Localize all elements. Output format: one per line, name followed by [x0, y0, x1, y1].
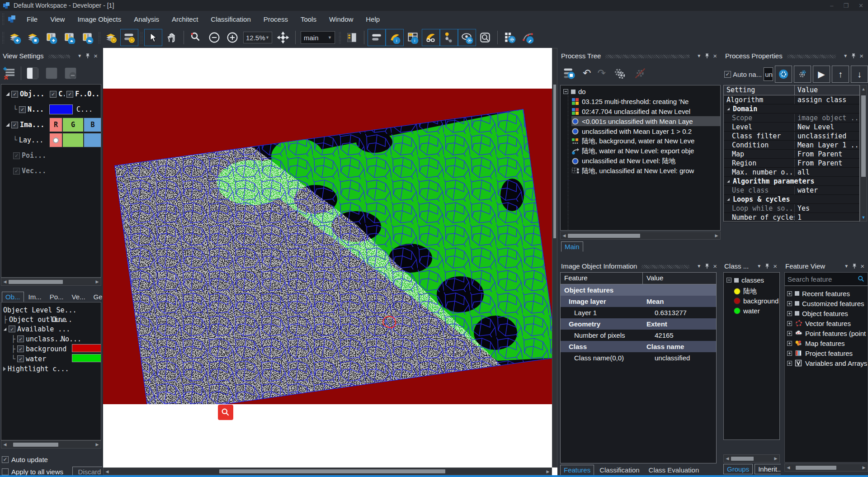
tree-row-vector[interactable]: Vec... — [1, 163, 101, 179]
scroll-right-icon[interactable]: ▶ — [713, 233, 720, 238]
chevron-down-icon[interactable]: ▼ — [77, 53, 82, 58]
feature-row[interactable]: Class name(0,0)unclassified — [561, 352, 716, 364]
close-icon[interactable]: × — [713, 262, 717, 270]
image-object-information-header[interactable]: Image Object Information ▼ × — [561, 260, 720, 272]
image-layer-mixing-button[interactable] — [102, 29, 120, 46]
edit-vector-button[interactable] — [519, 29, 537, 46]
feature-group[interactable]: Project features — [787, 348, 853, 358]
process-properties-header[interactable]: Process Properties ▼ × — [725, 50, 866, 61]
view-settings-header[interactable]: View Settings ▼ × — [3, 50, 100, 61]
menu-file[interactable]: File — [20, 14, 44, 25]
new-scene-button[interactable] — [6, 29, 24, 46]
toolbar-grip[interactable] — [339, 32, 341, 43]
feature-group[interactable]: Object features — [787, 308, 848, 318]
property-row[interactable]: Max. number o...all — [724, 168, 859, 177]
chevron-down-icon[interactable]: ▼ — [697, 53, 701, 58]
caret-expanded-icon[interactable] — [4, 327, 6, 330]
feature-view-hscrollbar[interactable]: ◀ ▶ — [784, 463, 868, 472]
water-color-swatch[interactable] — [72, 354, 101, 362]
chevron-down-icon[interactable]: ▼ — [843, 53, 848, 58]
close-button[interactable]: ✕ — [859, 2, 863, 9]
tab-geometry[interactable]: Ge... — [90, 292, 102, 302]
collapse-icon[interactable] — [726, 278, 731, 283]
channel-g-cell[interactable]: G — [62, 118, 84, 132]
classes-root-row[interactable]: classes — [726, 276, 764, 284]
menu-help[interactable]: Help — [359, 14, 386, 25]
tree-row-layer[interactable]: └ Lay... — [1, 132, 101, 148]
open-layers-button[interactable] — [78, 29, 96, 46]
scroll-down-icon[interactable]: ▼ — [860, 215, 867, 220]
next-process-button[interactable]: ↓ — [851, 66, 868, 83]
feature-subsection-row[interactable]: ClassClass name — [561, 341, 716, 352]
scroll-thumb[interactable] — [553, 85, 556, 238]
scroll-left-icon[interactable]: ◀ — [785, 465, 792, 470]
scroll-left-icon[interactable]: ◀ — [1, 279, 9, 284]
tab-features[interactable]: Features — [560, 465, 594, 475]
menu-image-objects[interactable]: Image Objects — [71, 14, 127, 25]
property-row[interactable]: Number of cycles1 — [724, 213, 859, 222]
map-hscrollbar[interactable]: ◀ ▶ — [103, 468, 552, 475]
tab-vector-layers[interactable]: Ve... — [68, 292, 89, 302]
chevron-down-icon[interactable]: ▼ — [844, 264, 849, 269]
chevron-down-icon[interactable]: ▼ — [697, 264, 701, 269]
level-background-row[interactable]: ├ background — [3, 344, 66, 354]
tree-row-pixel[interactable]: Poi... — [1, 148, 101, 163]
map-vscrollbar[interactable] — [552, 48, 557, 468]
caret-expanded-icon[interactable] — [6, 92, 9, 96]
split-view-button[interactable] — [343, 29, 361, 46]
menubar-grip[interactable] — [2, 13, 4, 25]
auto-update-checkbox[interactable] — [2, 456, 9, 463]
save-process-button[interactable] — [562, 66, 576, 80]
class-hscrollbar[interactable]: ◀ ▶ — [723, 454, 780, 463]
single-view-button[interactable] — [25, 66, 40, 80]
zoom-window-button[interactable] — [476, 29, 494, 46]
layer-g-cell[interactable] — [62, 133, 84, 147]
close-icon[interactable]: × — [713, 52, 717, 60]
execute-process-button[interactable]: ▶ — [813, 66, 830, 83]
apply-all-checkbox[interactable] — [2, 468, 9, 475]
discard-button[interactable]: Discard — [72, 467, 102, 477]
scroll-right-icon[interactable]: ▶ — [772, 456, 779, 461]
menu-process[interactable]: Process — [257, 14, 294, 25]
feature-subsection-row[interactable]: Image layerMean — [561, 296, 716, 307]
property-row[interactable]: Algorithmassign class — [724, 95, 859, 104]
class-item[interactable]: water — [734, 307, 760, 315]
scroll-right-icon[interactable]: ▶ — [94, 442, 101, 447]
process-tree-hscrollbar[interactable]: ◀ ▶ — [560, 231, 721, 240]
level-available-row[interactable]: Available ... — [3, 324, 70, 334]
split-vertical-button[interactable] — [63, 66, 78, 80]
unclassified-checkbox[interactable] — [17, 335, 24, 342]
object-hierarchy-button[interactable] — [440, 29, 458, 46]
tab-inheritance[interactable]: Inherit... — [755, 464, 781, 474]
scroll-right-icon[interactable]: ▶ — [860, 465, 868, 470]
property-row[interactable]: Loop while so...Yes — [724, 204, 859, 213]
tab-groups[interactable]: Groups — [723, 464, 753, 474]
class-tree[interactable]: classes 陆地 background water — [723, 272, 780, 440]
property-row[interactable]: ConditionMean Layer 1 ... — [724, 141, 859, 150]
caret-collapsed-icon[interactable] — [3, 367, 6, 371]
outline-color-swatch[interactable] — [49, 104, 73, 114]
menu-window[interactable]: Window — [323, 14, 359, 25]
class-item[interactable]: background — [734, 297, 778, 305]
pixel-checkbox[interactable] — [13, 152, 20, 159]
vector-checkbox[interactable] — [13, 168, 20, 175]
image-view-info-button[interactable]: i — [386, 29, 404, 46]
menu-architect[interactable]: Architect — [165, 14, 204, 25]
objects-c-checkbox[interactable] — [50, 91, 57, 98]
process-step[interactable]: 陆地, water at New Level: export obje — [571, 146, 721, 156]
property-row[interactable]: RegionFrom Parent — [724, 159, 859, 168]
tree-row-image-data[interactable]: Ima... R G B — [1, 117, 101, 132]
objects-checkbox[interactable] — [11, 91, 18, 98]
property-row[interactable]: Class filterunclassified — [724, 132, 859, 141]
process-tree[interactable]: do 03.125 multi-threshold: creating 'Ne … — [560, 85, 721, 231]
feature-group[interactable]: Point features (point cloud) — [787, 328, 868, 338]
scroll-right-icon[interactable]: ▶ — [94, 279, 101, 284]
panel-drag-dots[interactable] — [787, 55, 836, 58]
tab-class-evaluation[interactable]: Class Evaluation — [645, 465, 703, 475]
scroll-thumb[interactable] — [13, 443, 58, 447]
minimize-button[interactable]: – — [830, 2, 833, 9]
show-object-features-button[interactable] — [458, 29, 476, 46]
class-item[interactable]: 陆地 — [734, 287, 757, 296]
level-unclassified-row[interactable]: ├ unclass... No... — [3, 334, 66, 344]
caret-expanded-icon[interactable] — [6, 123, 9, 127]
